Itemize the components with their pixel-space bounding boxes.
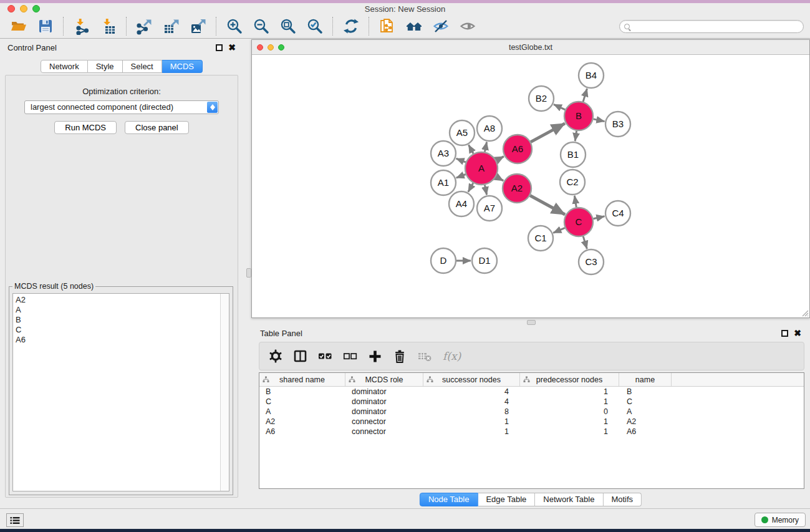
show-columns-button[interactable]	[293, 349, 307, 363]
tab-network-table[interactable]: Network Table	[535, 493, 603, 506]
edge-A-A7[interactable]	[485, 185, 486, 195]
column-header-successor-nodes[interactable]: successor nodes	[423, 373, 520, 386]
mcds-result-item[interactable]: A6	[16, 335, 229, 345]
mcds-result-item[interactable]: A	[16, 305, 229, 315]
edge-C-C2[interactable]	[574, 196, 576, 208]
search-box[interactable]	[619, 20, 804, 33]
import-network-button[interactable]	[68, 16, 95, 37]
table-options-button[interactable]	[269, 349, 282, 363]
run-mcds-button[interactable]: Run MCDS	[54, 121, 117, 134]
edge-B-B3[interactable]	[594, 119, 605, 122]
deselect-all-button[interactable]	[343, 349, 357, 363]
edge-A-A6[interactable]	[496, 157, 504, 160]
edge-C-C1[interactable]	[553, 228, 565, 233]
table-cell[interactable]: A2	[619, 417, 672, 427]
edge-A2-C[interactable]	[530, 196, 565, 215]
tab-network[interactable]: Network	[41, 60, 88, 73]
table-cell[interactable]: dominator	[345, 407, 423, 417]
table-row[interactable]: A6connector11A6	[259, 427, 804, 437]
tab-select[interactable]: Select	[123, 60, 162, 73]
edge-A-A4[interactable]	[468, 183, 473, 192]
create-column-button[interactable]	[368, 349, 382, 364]
horizontal-splitter-handle[interactable]	[527, 320, 536, 325]
column-header-name[interactable]: name	[619, 373, 672, 386]
table-cell[interactable]: connector	[345, 427, 423, 437]
table-cell[interactable]: A6	[259, 427, 345, 437]
mcds-result-item[interactable]: A2	[16, 295, 229, 305]
task-history-button[interactable]	[6, 513, 24, 527]
refresh-button[interactable]	[337, 16, 364, 37]
table-row[interactable]: Cdominator41C	[259, 397, 804, 407]
edge-C-C3[interactable]	[583, 236, 587, 249]
tab-edge-table[interactable]: Edge Table	[478, 493, 535, 506]
table-cell[interactable]: 1	[520, 397, 619, 407]
export-table-button[interactable]	[158, 16, 185, 37]
function-builder-button[interactable]: f(x)	[443, 350, 461, 362]
table-cell[interactable]: 1	[520, 387, 619, 397]
zoom-out-button[interactable]	[248, 16, 274, 37]
open-session-button[interactable]	[5, 16, 32, 37]
tab-node-table[interactable]: Node Table	[420, 493, 478, 506]
save-session-button[interactable]	[32, 16, 59, 37]
network-canvas[interactable]: AA6A2BCA5A8A3A1A4A7B2B4B3B1C2C4C1C3DD1	[252, 56, 809, 317]
edge-A6-B[interactable]	[531, 123, 565, 142]
table-row[interactable]: A2connector11A2	[259, 417, 804, 427]
zoom-fit-button[interactable]	[274, 16, 301, 37]
result-scrollbar[interactable]	[220, 294, 229, 491]
edge-C-C4[interactable]	[593, 216, 604, 219]
table-cell[interactable]: 4	[423, 397, 520, 407]
edge-A-A8[interactable]	[485, 142, 486, 152]
table-cell[interactable]: 4	[423, 387, 520, 397]
edge-A-A5[interactable]	[469, 145, 474, 153]
table-row[interactable]: Bdominator41B	[259, 387, 804, 397]
column-header-predecessor-nodes[interactable]: predecessor nodes	[520, 373, 619, 386]
mcds-result-item[interactable]: B	[16, 315, 229, 325]
table-cell[interactable]: C	[619, 397, 672, 407]
edge-A-A2[interactable]	[496, 177, 504, 181]
table-cell[interactable]: C	[259, 397, 345, 407]
edge-A-A1[interactable]	[456, 175, 466, 178]
edge-B-B2[interactable]	[554, 104, 565, 110]
table-row[interactable]: Adominator80A	[259, 407, 804, 417]
table-cell[interactable]: 0	[520, 407, 619, 417]
hide-selected-button[interactable]	[427, 16, 454, 37]
table-cell[interactable]: A2	[259, 417, 345, 427]
table-cell[interactable]: B	[619, 387, 672, 397]
first-neighbors-button[interactable]	[400, 16, 427, 37]
import-table-button[interactable]	[95, 16, 122, 37]
table-cell[interactable]: A	[619, 407, 672, 417]
edge-A-A3[interactable]	[456, 158, 466, 162]
table-cell[interactable]: 1	[520, 427, 619, 437]
close-panel-icon[interactable]: ✖	[228, 44, 236, 51]
table-cell[interactable]: A6	[619, 427, 672, 437]
table-cell[interactable]: dominator	[345, 397, 423, 407]
close-table-panel-icon[interactable]: ✖	[794, 330, 801, 337]
table-cell[interactable]: dominator	[345, 387, 423, 397]
tab-motifs[interactable]: Motifs	[603, 493, 642, 506]
column-header-shared-name[interactable]: shared name	[259, 373, 345, 386]
table-cell[interactable]: 1	[520, 417, 619, 427]
delete-table-button[interactable]	[417, 349, 432, 363]
show-all-button[interactable]	[454, 16, 481, 37]
search-input[interactable]	[633, 22, 799, 31]
zoom-selected-button[interactable]	[301, 16, 328, 37]
table-cell[interactable]: connector	[345, 417, 423, 427]
resize-grip-icon[interactable]	[801, 309, 809, 317]
float-table-panel-icon[interactable]	[781, 330, 788, 337]
memory-button[interactable]: Memory	[755, 513, 806, 527]
delete-columns-button[interactable]	[393, 349, 407, 364]
export-image-button[interactable]	[185, 16, 211, 37]
column-header-mcds-role[interactable]: MCDS role	[345, 373, 423, 386]
table-cell[interactable]: 8	[423, 407, 520, 417]
vertical-splitter-handle[interactable]	[246, 268, 251, 278]
table-cell[interactable]: 1	[423, 417, 520, 427]
table-cell[interactable]: 1	[423, 427, 520, 437]
float-panel-icon[interactable]	[216, 44, 223, 51]
zoom-in-button[interactable]	[221, 16, 248, 37]
mcds-result-item[interactable]: C	[16, 325, 229, 335]
tab-style[interactable]: Style	[88, 60, 123, 73]
edge-B-B4[interactable]	[583, 89, 587, 102]
table-cell[interactable]: B	[259, 387, 345, 397]
criterion-select[interactable]: largest connected component (directed)	[24, 100, 219, 114]
select-all-button[interactable]	[318, 349, 332, 363]
